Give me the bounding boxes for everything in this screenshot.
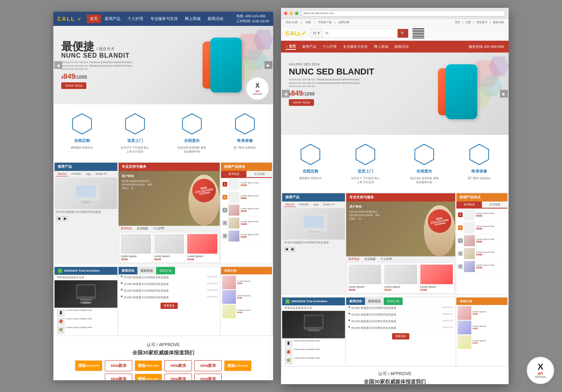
nav-news[interactable]: 新闻活动 [204,15,226,23]
red-nav-home[interactable]: ⌂ 首页 [286,44,296,50]
media-sina-1[interactable]: sina新浪 [105,360,132,371]
sub-tab-personal[interactable]: 个人护理 [151,226,167,231]
hero-next-arrow[interactable]: ▶ [265,61,272,69]
nav-personal[interactable]: 个人护理 [124,15,146,23]
search-button[interactable]: 🔍 [398,29,408,38]
product-card-2-3[interactable]: Lorem ipsum ¥446 [419,263,454,293]
product-next-2[interactable]: ▶ [290,247,296,252]
product-icons: 📱 Lorem ipsum details here 🍎 Lorem ipsum… [55,308,117,335]
product-card-3[interactable]: Lorem ipsum ¥446 [186,233,219,262]
product-card-2-2[interactable]: Lorem ipsum ¥646 [383,263,418,293]
news-tab-news[interactable]: 新闻活动 [119,267,137,274]
activity-header: 活动公告 [221,267,272,274]
news-item-4: 26 DAY表面显示功功率机手机壳套装 2014/11/2 [119,294,220,301]
red-nav-service[interactable]: 专业服务与支持 [343,44,368,49]
media-sina-4[interactable]: sina新浪 [105,374,132,380]
product-next[interactable]: ▶ [62,216,68,221]
red-nav-personal[interactable]: 个人护理 [323,44,337,49]
tab2-app[interactable]: App [312,202,320,207]
tab2-phone[interactable]: PHONE [297,202,310,207]
media-sina-2[interactable]: sina新浪 [164,360,192,371]
rank-tab-2[interactable]: 生活电器 [246,171,272,177]
search-dropdown[interactable]: 找 ▼ [311,29,323,38]
tab-app[interactable]: App [84,172,92,176]
nav-bar-2: CALL✓ 找 ▼ 🔍 [281,26,509,41]
rank-tab2-2[interactable]: 生活电器 [482,201,507,208]
hotline-link[interactable]: 服务热线 [493,20,504,24]
more-btn-2[interactable]: 查看更多 [392,333,409,339]
svg-rect-29 [308,330,319,331]
media-sohu-3[interactable]: 搜狐sohu.com [224,360,252,371]
bind-link[interactable]: 绑定账号 [476,20,487,24]
service-panel: 专业支持与服务 用户评价 您的意见是我们前进的动力，您的满意是我们的目标，请告诉… [119,163,220,263]
sub-tab2-living[interactable]: 生活电器 [362,256,378,262]
news-tab-news-2[interactable]: 新闻活动 [346,298,365,305]
news-tab-latest[interactable]: 最新报道 [137,267,156,274]
hero2-prev-arrow[interactable]: ◀ [282,90,290,98]
rank-item-2: 2 Lorem ipsum that¥846 [221,191,272,204]
product-card-2-1[interactable]: Lorem ipsum ¥846 [347,263,382,293]
svg-rect-10 [80,200,92,202]
service-sub-tabs-2: 家用电器 生活电器 个人护理 [346,256,455,262]
sub-tab2-appliance[interactable]: 家用电器 [346,256,362,262]
nav-home-products[interactable]: 家用产品 [102,15,124,23]
product-main-image [55,178,117,209]
sub-tab2-personal[interactable]: 个人护理 [378,256,394,262]
icon-2: 🍎 [57,318,65,325]
product-card-2[interactable]: Lorem ipsum ¥646 [153,233,186,262]
nav-shop[interactable]: 网上商城 [182,15,204,23]
product-prev[interactable]: ◀ [56,216,62,221]
news-tab-latest-2[interactable]: 最新报道 [365,298,384,305]
nav-bar-1: CALL ✓ 首页 家用产品 个人护理 专业服务与支持 网上商城 新闻活动 热线… [53,12,273,26]
hero-prev-arrow[interactable]: ◀ [54,61,62,69]
media-sina-5[interactable]: sina新浪 [164,374,192,380]
nav-service[interactable]: 专业服务与支持 [147,15,181,23]
tab-phone[interactable]: PHONE [70,172,83,176]
recommended-header-2: 推荐产品 [282,193,345,201]
shop-now-btn[interactable]: SHOP NOW [61,82,86,89]
tab-tv[interactable]: Smart TV [94,172,108,176]
tab2-tv[interactable]: Smart TV [321,202,336,207]
product-detail-image [55,280,117,308]
product-prev-2[interactable]: ◀ [284,247,289,252]
register-link[interactable]: 注册 [465,20,471,24]
red-nav-shop[interactable]: 网上商城 [374,44,388,49]
rank-item-4: 4 Lorem ipsum that¥446 [221,217,272,230]
search-input[interactable] [323,29,398,38]
more-btn[interactable]: 查看更多 [161,303,178,309]
rank-tab-1[interactable]: 家用电器 [221,171,246,177]
hero2-next-arrow[interactable]: ▶ [500,90,508,98]
svg-marker-4 [73,114,91,134]
browser-close[interactable] [284,12,287,15]
sub-tab-appliance[interactable]: 家用电器 [119,226,135,231]
feature-online-order: 在线定购 透明报价 拒绝水分 [70,112,94,154]
sub-tab-living[interactable]: 生活电器 [135,226,151,231]
activity-products: Lorem ipsum¥846 Lorem ipsum¥646 Lorem ip… [221,274,272,319]
media-sina-6[interactable]: sina新浪 [194,374,222,380]
media-sohu-1[interactable]: 搜狐sohu.com [75,360,102,371]
tab-mac[interactable]: MacNS [56,172,68,176]
hero-phone-2 [430,56,485,127]
news-header-left: 🔒 Dik51604 Trial Activities [55,267,117,275]
nav-home[interactable]: 首页 [87,15,101,23]
rank-tab2-1[interactable]: 家用电器 [456,201,482,208]
tab2-mac[interactable]: MacNS [284,202,296,207]
news-center-panel: 新闻活动 最新报道 活动公告 26 DAY表面显示功功率机手机壳套装 2014/… [119,267,220,335]
media-sina-3[interactable]: sina新浪 [194,360,222,371]
rank2-item-5: 5 Lorem ipsum that¥246 [456,260,507,273]
browser-minimize[interactable] [290,12,293,15]
browser-url-bar[interactable]: www.call-electronics.com [301,10,505,16]
product-card-1[interactable]: Lorem ipsum ¥846 [120,233,152,262]
red-nav-products[interactable]: 家用产品 [302,44,316,49]
login-link[interactable]: 登录 [455,20,460,24]
news-tab-activity-2[interactable]: 活动公告 [384,298,403,305]
media-sohu-4[interactable]: 搜狐sohu.com [135,374,162,380]
shop-now-btn-2[interactable]: SHOP NOW [289,99,314,106]
media-sohu-2[interactable]: 搜狐sohu.com [135,360,162,371]
news-tab-activity[interactable]: 活动公告 [156,267,175,274]
browser-maximize[interactable] [295,12,298,15]
feature-desc-1: 透明报价 拒绝水分 [71,146,93,150]
hex-icon-3 [180,112,204,136]
news-item-3: 26 DAY表面显示功功率机手机壳套装 2014/11/2 [119,288,220,294]
red-nav-news[interactable]: 新闻活动 [394,44,409,49]
